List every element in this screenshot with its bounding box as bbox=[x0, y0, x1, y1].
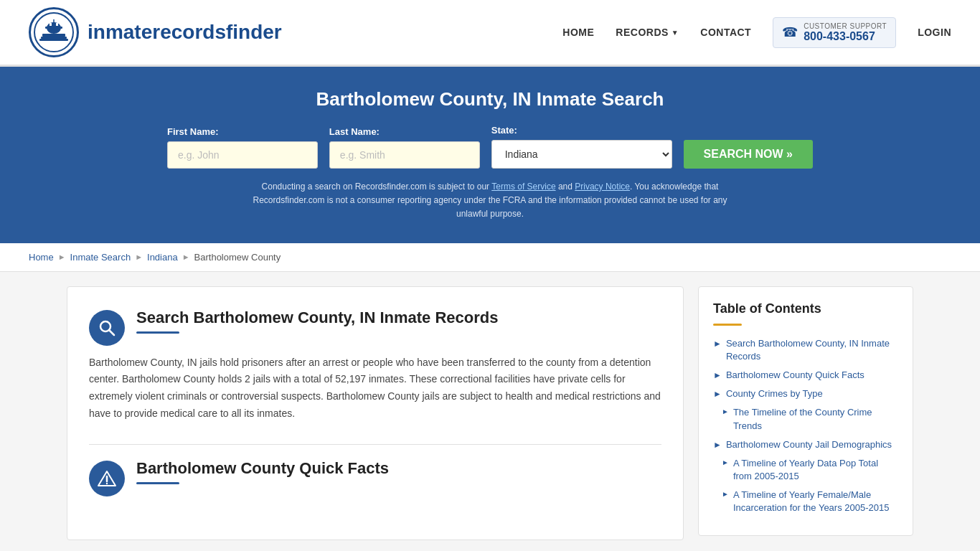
logo-icon bbox=[29, 7, 79, 57]
toc-item-5: ► Bartholomew County Jail Demographics bbox=[713, 438, 898, 451]
breadcrumb-inmate-search[interactable]: Inmate Search bbox=[70, 252, 131, 263]
search-circle-icon bbox=[89, 310, 125, 346]
nav-records[interactable]: RECORDS ▼ bbox=[616, 27, 679, 38]
section2-header: Bartholomew County Quick Facts bbox=[89, 459, 661, 496]
chevron-down-icon: ▼ bbox=[672, 29, 679, 37]
privacy-link[interactable]: Privacy Notice bbox=[575, 182, 630, 192]
hero-title: Bartholomew County, IN Inmate Search bbox=[29, 88, 951, 110]
toc-list: ► Search Bartholomew County, IN Inmate R… bbox=[713, 337, 898, 515]
tos-link[interactable]: Terms of Service bbox=[491, 182, 555, 192]
capitol-icon bbox=[34, 12, 74, 52]
search-form: First Name: Last Name: State: Indiana SE… bbox=[167, 125, 813, 169]
breadcrumb-sep-2: ► bbox=[135, 253, 143, 261]
toc-underline bbox=[713, 324, 742, 326]
main-nav: HOME RECORDS ▼ CONTACT ☎ CUSTOMER SUPPOR… bbox=[562, 17, 951, 48]
toc-chevron-icon-6: ► bbox=[722, 458, 729, 466]
phone-icon: ☎ bbox=[782, 24, 798, 40]
support-label: CUSTOMER SUPPORT bbox=[804, 22, 887, 30]
logo-inmate: inmaterecords bbox=[88, 21, 226, 43]
toc-item-2: ► Bartholomew County Quick Facts bbox=[713, 369, 898, 382]
section-quick-facts: Bartholomew County Quick Facts bbox=[89, 459, 661, 496]
svg-line-16 bbox=[109, 330, 114, 335]
svg-rect-8 bbox=[49, 34, 51, 39]
section-divider bbox=[89, 444, 661, 445]
breadcrumb-home[interactable]: Home bbox=[29, 252, 54, 263]
state-group: State: Indiana bbox=[491, 125, 672, 169]
svg-rect-10 bbox=[57, 34, 60, 39]
svg-rect-2 bbox=[45, 27, 62, 29]
logo-text: inmaterecordsfinder bbox=[88, 21, 282, 44]
nav-contact[interactable]: CONTACT bbox=[700, 27, 751, 38]
breadcrumb: Home ► Inmate Search ► Indiana ► Barthol… bbox=[0, 243, 980, 272]
sidebar: Table of Contents ► Search Bartholomew C… bbox=[698, 286, 913, 540]
toc-chevron-icon-1: ► bbox=[713, 339, 722, 349]
svg-point-19 bbox=[106, 483, 108, 484]
state-select[interactable]: Indiana bbox=[491, 140, 672, 169]
last-name-label: Last Name: bbox=[329, 126, 480, 137]
svg-rect-14 bbox=[56, 23, 58, 26]
last-name-input[interactable] bbox=[329, 141, 480, 169]
toc-item-4: ► The Timeline of the County Crime Trend… bbox=[713, 406, 898, 432]
toc-link-7[interactable]: A Timeline of Yearly Female/Male Incarce… bbox=[733, 489, 898, 514]
last-name-group: Last Name: bbox=[329, 126, 480, 169]
support-phone: 800-433-0567 bbox=[804, 30, 887, 43]
toc-item-6: ► A Timeline of Yearly Data Pop Total fr… bbox=[713, 457, 898, 483]
svg-rect-11 bbox=[62, 34, 64, 39]
logo-area: inmaterecordsfinder bbox=[29, 7, 282, 57]
toc-chevron-icon-7: ► bbox=[722, 490, 729, 498]
toc-item-7: ► A Timeline of Yearly Female/Male Incar… bbox=[713, 489, 898, 514]
first-name-label: First Name: bbox=[167, 126, 318, 137]
svg-rect-5 bbox=[52, 22, 55, 27]
toc-box: Table of Contents ► Search Bartholomew C… bbox=[698, 286, 913, 536]
search-button[interactable]: SEARCH NOW » bbox=[684, 140, 813, 169]
toc-link-4[interactable]: The Timeline of the County Crime Trends bbox=[733, 406, 898, 432]
hero-disclaimer: Conducting a search on Recordsfinder.com… bbox=[239, 180, 741, 222]
svg-rect-7 bbox=[44, 34, 47, 39]
section1-underline bbox=[136, 331, 179, 334]
toc-chevron-icon-5: ► bbox=[713, 440, 722, 450]
warning-circle-icon bbox=[89, 461, 125, 496]
toc-link-1[interactable]: Search Bartholomew County, IN Inmate Rec… bbox=[726, 337, 898, 363]
hero-section: Bartholomew County, IN Inmate Search Fir… bbox=[0, 67, 980, 243]
toc-item-1: ► Search Bartholomew County, IN Inmate R… bbox=[713, 337, 898, 363]
state-label: State: bbox=[491, 125, 672, 136]
breadcrumb-sep-3: ► bbox=[182, 253, 190, 261]
section1-title: Search Bartholomew County, IN Inmate Rec… bbox=[136, 309, 498, 327]
first-name-group: First Name: bbox=[167, 126, 318, 169]
toc-item-3: ► County Crimes by Type bbox=[713, 387, 898, 400]
toc-link-5[interactable]: Bartholomew County Jail Demographics bbox=[726, 438, 892, 451]
breadcrumb-indiana[interactable]: Indiana bbox=[147, 252, 178, 263]
toc-chevron-icon-2: ► bbox=[713, 370, 722, 380]
content-area: Search Bartholomew County, IN Inmate Rec… bbox=[67, 286, 684, 540]
section-inmate-records: Search Bartholomew County, IN Inmate Rec… bbox=[89, 309, 661, 423]
svg-rect-12 bbox=[39, 39, 68, 41]
toc-chevron-icon-3: ► bbox=[713, 389, 722, 399]
breadcrumb-current: Bartholomew County bbox=[194, 252, 281, 263]
first-name-input[interactable] bbox=[167, 141, 318, 169]
section2-underline bbox=[136, 482, 179, 484]
toc-link-2[interactable]: Bartholomew County Quick Facts bbox=[726, 369, 864, 382]
section1-header: Search Bartholomew County, IN Inmate Rec… bbox=[89, 309, 661, 346]
logo-finder: finder bbox=[226, 21, 282, 43]
section2-title: Bartholomew County Quick Facts bbox=[136, 459, 389, 478]
toc-chevron-icon-4: ► bbox=[722, 408, 729, 415]
nav-home[interactable]: HOME bbox=[562, 27, 594, 38]
section1-text: Bartholomew County, IN jails hold prison… bbox=[89, 354, 661, 423]
toc-title: Table of Contents bbox=[713, 301, 898, 316]
toc-link-6[interactable]: A Timeline of Yearly Data Pop Total from… bbox=[733, 457, 898, 483]
breadcrumb-sep-1: ► bbox=[58, 253, 66, 261]
header: inmaterecordsfinder HOME RECORDS ▼ CONTA… bbox=[0, 0, 980, 67]
customer-support: ☎ CUSTOMER SUPPORT 800-433-0567 bbox=[773, 17, 896, 48]
nav-login[interactable]: LOGIN bbox=[918, 27, 951, 38]
svg-rect-9 bbox=[53, 34, 55, 39]
toc-link-3[interactable]: County Crimes by Type bbox=[726, 387, 823, 400]
svg-rect-13 bbox=[50, 23, 52, 26]
main-container: Search Bartholomew County, IN Inmate Rec… bbox=[38, 286, 942, 540]
